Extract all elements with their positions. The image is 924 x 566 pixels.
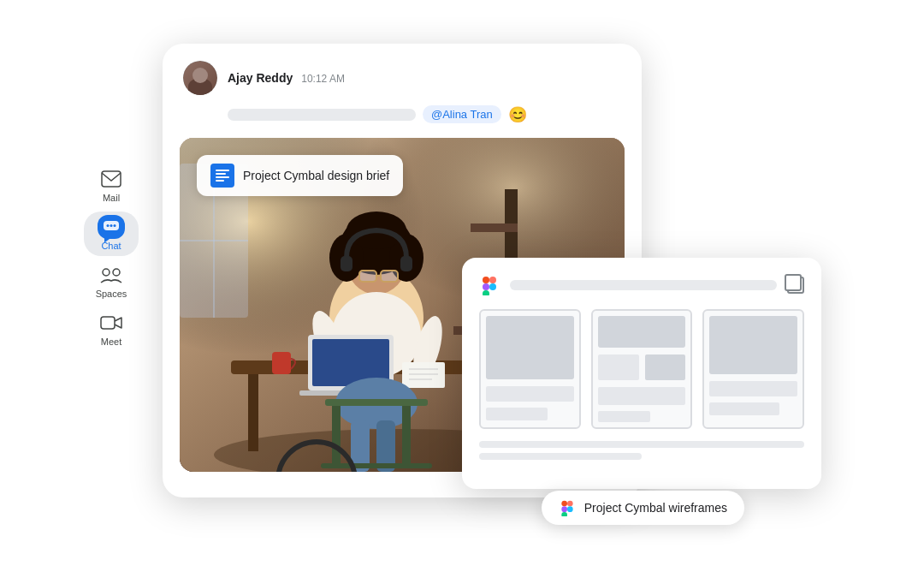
copy-icon — [787, 277, 804, 294]
spaces-icon — [98, 265, 125, 285]
mail-icon — [98, 169, 125, 189]
docs-icon — [210, 164, 234, 188]
message-header: Ajay Reddy 10:12 AM — [163, 44, 642, 105]
svg-point-61 — [567, 506, 573, 512]
avatar — [183, 61, 217, 95]
svg-rect-42 — [402, 406, 411, 466]
wireframe-footer — [479, 441, 804, 460]
svg-rect-7 — [101, 317, 115, 329]
sidebar-item-meet[interactable]: Meet — [84, 307, 139, 352]
svg-rect-54 — [483, 283, 489, 290]
svg-rect-57 — [561, 500, 567, 506]
wireframe-label-text: Project Cymbal wireframes — [584, 501, 727, 515]
svg-rect-53 — [489, 277, 496, 283]
svg-rect-58 — [567, 500, 573, 506]
message-bubble-row: @Alina Tran 😊 — [163, 105, 642, 138]
message-bar — [228, 109, 416, 121]
figma-label-icon — [559, 499, 576, 516]
figma-icon — [479, 275, 500, 295]
svg-rect-36 — [272, 352, 291, 374]
svg-rect-59 — [561, 506, 567, 512]
wireframe-frames — [479, 309, 804, 429]
wireframe-frame-1 — [479, 309, 581, 429]
sidebar-item-mail[interactable]: Mail — [84, 164, 139, 208]
sidebar-item-meet-label: Meet — [101, 337, 121, 347]
footer-line-2 — [479, 453, 642, 460]
svg-rect-46 — [471, 223, 518, 232]
wireframe-header — [479, 275, 804, 295]
svg-rect-40 — [325, 399, 428, 406]
sidebar-item-mail-label: Mail — [103, 193, 120, 203]
sidebar: Mail Chat — [77, 27, 145, 506]
url-bar — [510, 280, 777, 290]
sidebar-item-chat-label: Chat — [101, 241, 121, 251]
wireframe-frame-2 — [591, 309, 693, 429]
svg-rect-60 — [561, 512, 567, 516]
svg-rect-13 — [248, 374, 258, 451]
wireframe-frame-3 — [702, 309, 804, 429]
message-meta: Ajay Reddy 10:12 AM — [228, 71, 345, 85]
wireframe-card — [462, 258, 821, 489]
svg-point-2 — [107, 224, 110, 227]
sidebar-item-chat[interactable]: Chat — [84, 212, 139, 256]
svg-rect-24 — [381, 271, 398, 282]
svg-point-56 — [489, 283, 496, 290]
svg-rect-43 — [321, 463, 432, 468]
svg-rect-21 — [341, 256, 352, 271]
footer-line-1 — [479, 441, 804, 448]
svg-rect-0 — [102, 171, 121, 187]
chat-icon — [98, 217, 125, 237]
svg-point-4 — [114, 224, 116, 227]
meet-icon — [98, 313, 125, 333]
sidebar-item-spaces-label: Spaces — [96, 289, 127, 299]
message-time: 10:12 AM — [301, 73, 345, 85]
svg-point-6 — [113, 269, 120, 276]
svg-rect-41 — [332, 406, 341, 466]
svg-point-5 — [103, 269, 110, 276]
emoji: 😊 — [508, 105, 527, 124]
sidebar-item-spaces[interactable]: Spaces — [84, 259, 139, 304]
doc-title: Project Cymbal design brief — [243, 169, 389, 182]
svg-rect-52 — [483, 277, 489, 283]
svg-rect-22 — [400, 256, 412, 271]
sender-name: Ajay Reddy — [228, 71, 293, 85]
svg-rect-23 — [359, 271, 376, 282]
mention-tag: @Alina Tran — [423, 105, 501, 123]
svg-point-3 — [110, 224, 113, 227]
svg-rect-55 — [483, 290, 489, 295]
svg-rect-32 — [402, 362, 445, 388]
wireframe-label: Project Cymbal wireframes — [542, 491, 744, 525]
doc-card: Project Cymbal design brief — [197, 155, 403, 196]
